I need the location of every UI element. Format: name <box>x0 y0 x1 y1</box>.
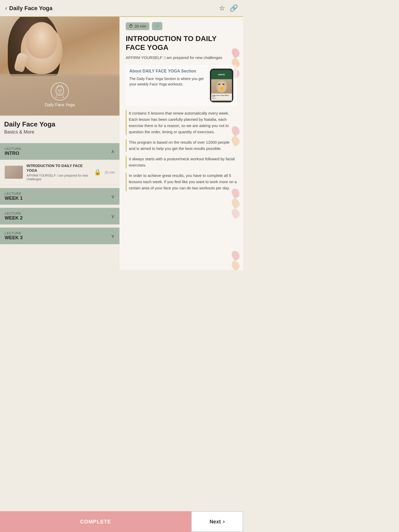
link-badge[interactable]: 🔗 <box>152 22 162 30</box>
svg-point-3 <box>57 92 58 94</box>
affirm-text: AFFIRM YOURSELF: I am prepared for new c… <box>126 55 237 60</box>
about-title: About DAILY FACE YOGA Section <box>129 69 207 74</box>
clock-icon: ⏱ <box>129 24 133 29</box>
hero-image: Daily Face Yoga <box>0 17 119 116</box>
chevron-up-icon: ∧ <box>111 148 115 155</box>
lesson-thumbnail <box>5 166 23 179</box>
lecture-name-week3: WEEK 3 <box>5 235 23 241</box>
lesson-description: AFFIRM YOURSELF: I am prepared for new c… <box>26 174 90 181</box>
phone-mockup: WRITE 🌼 <box>210 69 233 102</box>
chevron-down-week2-icon: ∨ <box>111 213 115 219</box>
lecture-week3-header[interactable]: Lecture WEEK 3 ∨ <box>0 228 119 244</box>
header-left: ‹ Daily Face Yoga <box>5 5 52 12</box>
lecture-sections: Lecture INTRO ∧ INTRODUCTION TO DAILY FA… <box>0 140 119 270</box>
text-block-1: It contains 5 lessons that renew automat… <box>126 110 237 135</box>
course-title-section: Daily Face Yoga Basics & More <box>0 116 119 138</box>
lesson-title: INTRODUCTION TO DAILY FACE YOGA <box>26 163 90 173</box>
text-block-2: This program is based on the results of … <box>126 139 237 152</box>
course-title: Daily Face Yoga <box>4 120 115 128</box>
back-button[interactable]: ‹ <box>5 5 7 12</box>
lecture-week2-header[interactable]: Lecture WEEK 2 ∨ <box>0 208 119 224</box>
text-block-4: In order to achieve great results, you h… <box>126 172 237 191</box>
lecture-label-week1: Lecture <box>5 192 23 196</box>
paragraph-2: This program is based on the results of … <box>129 139 237 152</box>
svg-point-1 <box>58 90 59 91</box>
main-content: Daily Face Yoga Daily Face Yoga Basics &… <box>0 17 243 270</box>
duration-text: 20 min <box>135 24 146 28</box>
chevron-down-week1-icon: ∨ <box>111 193 115 200</box>
header-title: Daily Face Yoga <box>9 5 52 12</box>
about-body: The Daily Face Yoga Section is where you… <box>129 76 207 87</box>
lecture-label-week2: Lecture <box>5 211 23 215</box>
lecture-name-week2: WEEK 2 <box>5 215 23 221</box>
lecture-name-week1: WEEK 1 <box>5 196 23 201</box>
hero-brand-section: Daily Face Yoga <box>0 74 119 116</box>
header: ‹ Daily Face Yoga ☆ 🔗 <box>0 0 243 17</box>
deco-teardrops-4 <box>229 251 243 270</box>
paragraph-1: It contains 5 lessons that renew automat… <box>129 110 237 135</box>
chevron-down-week3-icon: ∨ <box>111 233 115 239</box>
bookmark-icon[interactable]: ☆ <box>219 4 225 12</box>
svg-point-4 <box>61 92 63 94</box>
link-icon[interactable]: 🔗 <box>230 4 238 12</box>
lecture-label-week3: Lecture <box>5 231 23 235</box>
about-card-text: About DAILY FACE YOGA Section The Daily … <box>129 69 207 102</box>
meta-row: ⏱ 20 min 🔗 <box>126 22 237 30</box>
lecture-name-intro: INTRO <box>5 151 21 156</box>
text-block-3: It always starts with a posture/neck wor… <box>126 156 237 168</box>
lesson-item-intro[interactable]: INTRODUCTION TO DAILY FACE YOGA AFFIRM Y… <box>0 160 119 185</box>
lecture-label-intro: Lecture <box>5 147 21 151</box>
lock-icon: 🔒 <box>94 169 101 176</box>
lecture-intro-header[interactable]: Lecture INTRO ∧ <box>0 143 119 160</box>
left-panel: Daily Face Yoga Daily Face Yoga Basics &… <box>0 17 119 270</box>
course-subtitle: Basics & More <box>4 129 115 135</box>
face-icon <box>51 82 69 101</box>
right-panel: ⏱ 20 min 🔗 INTRODUCTION TO DAILY FACE YO… <box>119 17 243 270</box>
lesson-duration: 20 min <box>105 170 115 174</box>
lecture-week1-header[interactable]: Lecture WEEK 1 ∨ <box>0 188 119 205</box>
time-badge: ⏱ 20 min <box>126 22 149 30</box>
about-card: About DAILY FACE YOGA Section The Daily … <box>126 65 237 106</box>
svg-point-2 <box>61 90 62 91</box>
hero-brand-label: Daily Face Yoga <box>45 103 75 107</box>
person-photo <box>0 17 119 76</box>
header-right: ☆ 🔗 <box>219 4 238 12</box>
lesson-info: INTRODUCTION TO DAILY FACE YOGA AFFIRM Y… <box>26 163 90 181</box>
paragraph-3: It always starts with a posture/neck wor… <box>129 156 237 168</box>
lesson-heading: INTRODUCTION TO DAILY FACE YOGA <box>126 34 237 52</box>
paragraph-4: In order to achieve great results, you h… <box>129 172 237 191</box>
